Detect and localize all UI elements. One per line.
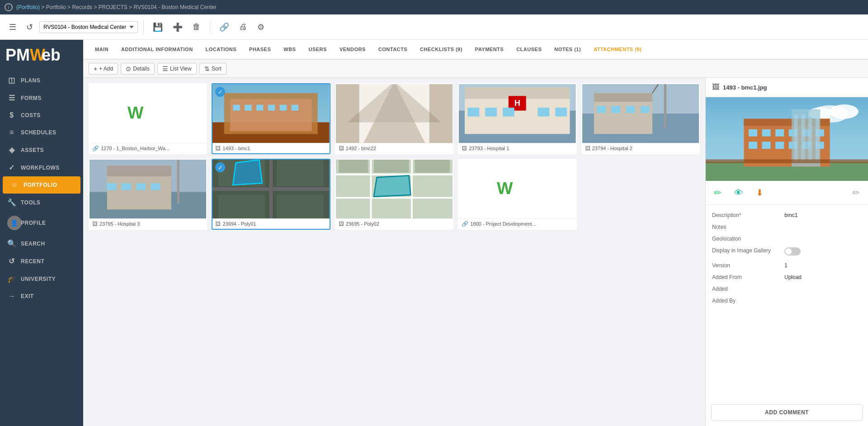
display-gallery-toggle[interactable]	[784, 247, 801, 256]
sidebar-item-costs[interactable]: $ COSTS	[0, 107, 83, 124]
breadcrumb-portfolio-link[interactable]: (Portfolio)	[16, 4, 40, 10]
pmweb-logo-placeholder-0: W	[90, 84, 206, 143]
toolbar-divider-1	[143, 20, 144, 34]
sidebar-item-tools[interactable]: 🔧 TOOLS	[0, 194, 83, 211]
tab-clauses[interactable]: CLAUSES	[510, 40, 548, 60]
sidebar-item-schedules[interactable]: ≡ SCHEDULES	[0, 124, 83, 141]
svg-rect-13	[292, 105, 299, 111]
gallery-thumb-3: H	[459, 84, 576, 143]
gallery-item-1[interactable]: ✓	[212, 83, 330, 154]
svg-text:H: H	[514, 99, 520, 108]
delete-button[interactable]: 🗑	[189, 19, 204, 34]
gallery-item-7[interactable]: 🖼 23695 - Poly02	[335, 159, 453, 230]
svg-rect-46	[177, 160, 179, 204]
sidebar-label-search: SEARCH	[21, 241, 45, 247]
gallery-item-3[interactable]: H 🖼 23793 - Hospital 1	[458, 83, 576, 154]
sidebar-item-profile[interactable]: 👤 PROFILE	[0, 211, 83, 235]
tab-users[interactable]: USERS	[302, 40, 333, 60]
tab-main[interactable]: MAIN	[89, 40, 115, 60]
sidebar-item-assets[interactable]: ◈ ASSETS	[0, 141, 83, 159]
view-button[interactable]: 👁	[732, 186, 745, 200]
tab-additional-info[interactable]: ADDITIONAL INFORMATION	[115, 40, 199, 60]
sidebar-item-university[interactable]: 🎓 UNIVERSITY	[0, 270, 83, 288]
more-button[interactable]: ✏	[850, 185, 862, 200]
image-icon-3: 🖼	[462, 145, 467, 151]
record-selector[interactable]: RVS0104 - Boston Medical Center	[39, 21, 138, 33]
search-icon: 🔍	[7, 239, 16, 248]
gallery-item-6[interactable]: ✓	[212, 159, 330, 230]
svg-rect-81	[749, 129, 757, 137]
gallery-item-8[interactable]: W 🔗 1800 - Project Development...	[458, 159, 576, 230]
sort-button[interactable]: ⇅ Sort	[199, 63, 226, 75]
sidebar-label-assets: ASSETS	[21, 147, 44, 153]
link-button[interactable]: 🔗	[216, 19, 233, 35]
sidebar-label-schedules: SCHEDULES	[21, 129, 57, 136]
info-icon[interactable]: i	[5, 3, 13, 11]
tab-locations[interactable]: LOCATIONS	[199, 40, 243, 60]
geolocation-label: Geolocation	[712, 236, 784, 242]
menu-toggle-button[interactable]: ☰	[5, 19, 20, 35]
sidebar-item-forms[interactable]: ☰ FORMS	[0, 89, 83, 107]
gallery-item-0[interactable]: W 🔗 1270 - 1_Boston_Harbor_Wa...	[89, 83, 207, 154]
svg-rect-39	[611, 106, 620, 113]
sidebar-label-workflows: WORKFLOWS	[21, 165, 60, 171]
add-comment-button[interactable]: ADD COMMENT	[711, 404, 863, 421]
edit-button[interactable]: ✏	[712, 185, 723, 200]
save-button[interactable]: 💾	[149, 19, 166, 35]
sidebar-item-exit[interactable]: → EXIT	[0, 288, 83, 305]
sidebar: PM W eb ◫ PLANS ☰ FORMS $ COSTS ≡ SCHEDU…	[0, 40, 83, 426]
svg-rect-82	[762, 129, 771, 137]
svg-rect-50	[136, 183, 146, 190]
field-description: Description* bmc1	[712, 209, 862, 221]
svg-rect-19	[429, 84, 453, 143]
svg-rect-26	[468, 108, 480, 116]
svg-rect-69	[374, 160, 409, 173]
detail-image-icon: 🖼	[712, 83, 719, 91]
svg-rect-10	[256, 105, 264, 111]
notes-label: Notes	[712, 224, 784, 230]
gallery-item-label-8: 1800 - Project Development...	[470, 221, 536, 227]
svg-rect-11	[268, 105, 275, 111]
sort-icon: ⇅	[204, 65, 210, 72]
gallery-item-label-6: 23694 - Poly01	[222, 221, 256, 227]
toggle-button[interactable]: ⚙	[254, 19, 268, 35]
link-icon-0: 🔗	[92, 145, 99, 151]
svg-text:W: W	[127, 103, 144, 122]
details-button[interactable]: ⊙ Details	[121, 63, 155, 75]
svg-rect-12	[280, 105, 287, 111]
detail-panel: 🖼 1493 - bmc1.jpg	[705, 78, 868, 426]
sidebar-item-workflows[interactable]: ✓ WORKFLOWS	[0, 159, 83, 176]
gallery-item-5[interactable]: 🖼 23795 - Hospital 3	[89, 159, 207, 230]
sidebar-item-recent[interactable]: ↺ RECENT	[0, 252, 83, 270]
gallery-item-2[interactable]: 🖼 1492 - bmc22	[335, 83, 453, 154]
gallery-item-label-0: 1270 - 1_Boston_Harbor_Wa...	[101, 146, 170, 151]
gallery-item-label-7: 23695 - Poly02	[346, 221, 379, 227]
print-button[interactable]: 🖨	[236, 19, 251, 34]
tab-checklists[interactable]: CHECKLISTS (9)	[414, 40, 469, 60]
add-button[interactable]: ➕	[169, 19, 186, 35]
tab-payments[interactable]: PAYMENTS	[469, 40, 510, 60]
undo-button[interactable]: ↺	[23, 19, 37, 35]
sidebar-item-portfolio[interactable]: ○ PORTFOLIO	[3, 176, 80, 194]
download-button[interactable]: ⬇	[754, 185, 765, 200]
svg-rect-33	[664, 84, 666, 128]
svg-rect-94	[794, 114, 797, 162]
tab-phases[interactable]: PHASES	[243, 40, 277, 60]
tab-vendors[interactable]: VENDORS	[333, 40, 372, 60]
svg-text:PM: PM	[5, 46, 30, 64]
sidebar-item-plans[interactable]: ◫ PLANS	[0, 71, 83, 89]
gallery-item-4[interactable]: 🖼 23794 - Hospital 2	[581, 83, 700, 154]
tab-notes[interactable]: NOTES (1)	[548, 40, 587, 60]
recent-icon: ↺	[7, 257, 16, 265]
tab-wbs[interactable]: WBS	[277, 40, 302, 60]
list-view-button[interactable]: ☰ List View	[157, 63, 197, 75]
top-bar: i (Portfolio) > Portfolio > Records > PR…	[0, 0, 868, 14]
add-attachment-button[interactable]: + + Add	[89, 63, 118, 75]
image-icon-5: 🖼	[92, 221, 98, 227]
svg-rect-95	[801, 114, 805, 162]
svg-text:eb: eb	[42, 46, 60, 64]
sidebar-item-search[interactable]: 🔍 SEARCH	[0, 235, 83, 252]
gallery-thumb-4	[582, 84, 699, 143]
tab-attachments[interactable]: ATTACHMENTS (9)	[587, 40, 648, 60]
tab-contacts[interactable]: CONTACTS	[372, 40, 414, 60]
